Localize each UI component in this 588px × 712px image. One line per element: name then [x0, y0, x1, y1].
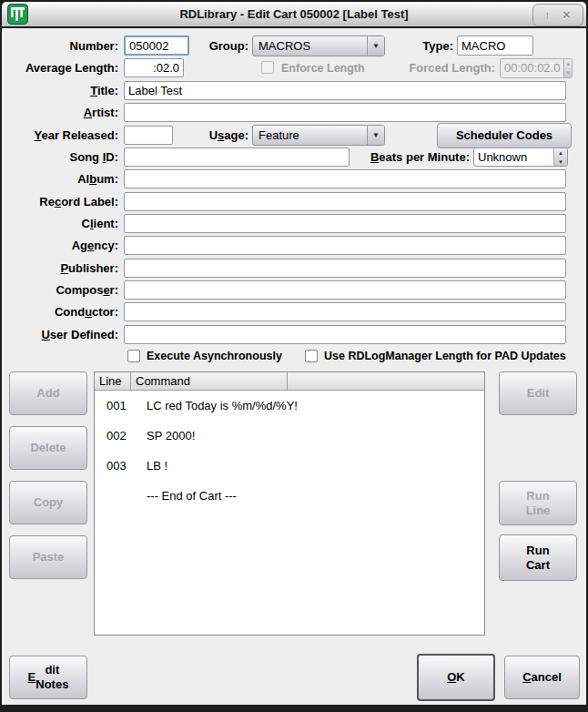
publisher-input[interactable] [124, 259, 566, 278]
edit-button: Edit [499, 371, 577, 415]
type-input[interactable] [457, 36, 533, 56]
artist-input[interactable] [124, 103, 566, 122]
window-title: RDLibrary - Edit Cart 050002 [Label Test… [2, 2, 586, 26]
copy-button: Copy [9, 481, 87, 524]
run-line-button: Run Line [499, 481, 577, 525]
execute-asynchronously-checkbox[interactable] [127, 350, 140, 362]
pad-updates-label: Use RDLogManager Length for PAD Updates [324, 348, 566, 364]
enforce-length-checkbox [261, 61, 274, 74]
record-label-input[interactable] [124, 192, 566, 211]
client-label: Client: [2, 214, 118, 233]
shade-window-icon[interactable]: ↑ [544, 5, 551, 25]
record-label-label: Record Label: [2, 192, 118, 211]
column-header-command[interactable]: Command [131, 372, 288, 390]
close-window-icon[interactable]: ✕ [562, 5, 572, 25]
conductor-label: Conductor: [2, 302, 118, 321]
title-input[interactable] [124, 81, 566, 100]
beats-per-minute-label: Beats per Minute: [309, 147, 470, 167]
agency-input[interactable] [124, 236, 566, 255]
paste-button: Paste [9, 535, 87, 579]
artist-label: Artist: [2, 103, 118, 122]
scheduler-codes-button[interactable]: Scheduler Codes [437, 123, 572, 148]
composer-input[interactable] [124, 280, 566, 300]
conductor-input[interactable] [124, 302, 566, 321]
average-length-label: Average Length: [2, 58, 118, 77]
cancel-button[interactable]: Cancel [504, 656, 580, 699]
delete-button: Delete [9, 426, 87, 470]
column-header-filler [288, 372, 484, 390]
chevron-down-icon: ▼ [367, 126, 384, 145]
macro-line-number: 002 [95, 421, 147, 451]
forced-length-spinbox: 00:00:02.0 ▲▼ [500, 58, 573, 78]
usage-select[interactable]: Feature ▼ [252, 125, 385, 146]
macro-command: SP 2000! [147, 421, 484, 451]
average-length-input[interactable] [124, 58, 184, 77]
composer-label: Composer: [2, 280, 118, 300]
pad-updates-checkbox[interactable] [305, 350, 318, 362]
song-id-label: Song ID: [2, 147, 118, 167]
run-cart-button[interactable]: Run Cart [499, 534, 577, 581]
macro-list-header: Line Command [95, 372, 484, 391]
beats-per-minute-spinbox[interactable]: Unknown ▲▼ [473, 147, 568, 167]
user-defined-label: User Defined: [2, 325, 118, 344]
usage-value: Feature [253, 128, 367, 142]
group-label: Group: [164, 36, 248, 56]
edit-notes-button[interactable]: Edit Notes [9, 656, 87, 699]
beats-per-minute-value: Unknown [474, 148, 553, 166]
agency-label: Agency: [2, 236, 118, 255]
usage-label: Usage: [164, 126, 248, 145]
chevron-down-icon: ▼ [367, 36, 384, 56]
type-label: Type: [384, 36, 453, 56]
title-bar: RDLibrary - Edit Cart 050002 [Label Test… [2, 2, 586, 26]
column-header-line[interactable]: Line [95, 372, 131, 390]
group-select[interactable]: MACROS ▼ [252, 36, 385, 56]
client-input[interactable] [124, 214, 566, 233]
macro-list: Line Command 001 LC red Today is %m/%d/%… [94, 371, 485, 636]
user-defined-input[interactable] [124, 325, 566, 344]
macro-row[interactable]: 003 LB ! [95, 451, 484, 481]
macro-line-number [95, 481, 147, 511]
enforce-length-label: Enforce Length [281, 60, 365, 76]
number-label: Number: [2, 36, 118, 56]
ok-button[interactable]: OK [417, 654, 495, 701]
spinner-arrows-icon: ▲▼ [553, 148, 567, 166]
execute-asynchronously-label: Execute Asynchronously [147, 348, 282, 364]
year-released-label: Year Released: [2, 126, 118, 145]
forced-length-value: 00:00:02.0 [501, 59, 563, 77]
group-value: MACROS [253, 39, 367, 53]
forced-length-label: Forced Length: [391, 58, 495, 77]
macro-command: LB ! [147, 451, 484, 481]
spinner-arrows-icon: ▲▼ [563, 59, 572, 77]
titlebar-controls: ↑ ✕ [532, 4, 583, 26]
publisher-label: Publisher: [2, 259, 118, 278]
album-label: Album: [2, 169, 118, 188]
macro-row[interactable]: 002 SP 2000! [95, 421, 484, 451]
add-button: Add [9, 371, 87, 415]
title-label: Title: [2, 81, 118, 100]
album-input[interactable] [124, 169, 566, 188]
macro-command: --- End of Cart --- [147, 481, 484, 511]
macro-command: LC red Today is %m/%d/%Y! [147, 391, 484, 421]
macro-line-number: 003 [95, 451, 147, 481]
macro-line-number: 001 [95, 391, 147, 421]
dialog-window: RDLibrary - Edit Cart 050002 [Label Test… [0, 0, 588, 712]
macro-row[interactable]: 001 LC red Today is %m/%d/%Y! [95, 391, 484, 421]
dialog-content: Number: Group: MACROS ▼ Type: Average Le… [2, 28, 586, 705]
macro-row-end-of-cart[interactable]: --- End of Cart --- [95, 481, 484, 511]
